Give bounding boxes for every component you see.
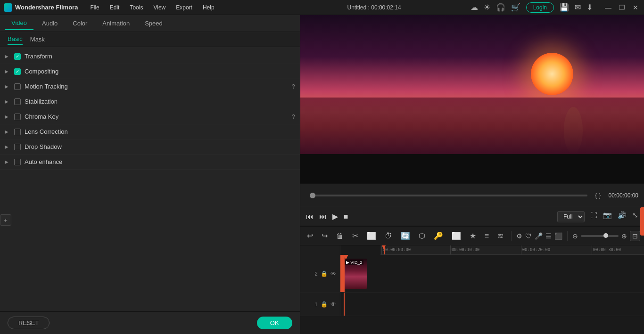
prop-lens-correction[interactable]: ▶ Lens Correction: [0, 124, 300, 139]
checkbox-motion-tracking[interactable]: [14, 83, 21, 90]
speed-button[interactable]: ⏱: [382, 230, 395, 242]
delete-button[interactable]: 🗑: [333, 230, 347, 242]
menu-help[interactable]: Help: [198, 2, 219, 13]
headphone-icon[interactable]: 🎧: [496, 3, 505, 12]
title-center: Untitled : 00:00:02:14: [278, 4, 471, 11]
login-button[interactable]: Login: [526, 2, 554, 13]
menu-edit[interactable]: Edit: [105, 2, 124, 13]
sun-icon[interactable]: ☀: [484, 3, 490, 12]
redo-button[interactable]: ↪: [319, 229, 330, 242]
captions-icon[interactable]: ⬛: [554, 232, 562, 240]
quality-select[interactable]: Full 1/2 1/4: [557, 211, 585, 222]
label-lens-correction: Lens Correction: [25, 128, 295, 135]
tab-color[interactable]: Color: [66, 17, 94, 30]
checkbox-auto-enhance[interactable]: [14, 159, 21, 165]
subtab-mask[interactable]: Mask: [30, 34, 45, 45]
cut-button[interactable]: ✂: [349, 229, 361, 242]
prop-chroma-key[interactable]: ▶ Chroma Key ?: [0, 109, 300, 124]
cart-icon[interactable]: 🛒: [511, 3, 520, 12]
playback-thumb[interactable]: [310, 193, 315, 198]
checkbox-drop-shadow[interactable]: [14, 144, 21, 150]
toolbar-right: ⚙ 🛡 🎤 ☰ ⬛ ⊖ ⊕ ⊡: [516, 231, 640, 241]
checkbox-chroma-key[interactable]: [14, 114, 21, 120]
expand-arrow-chroma-key: ▶: [5, 114, 10, 119]
track-eye-icon-1[interactable]: 👁: [330, 301, 336, 308]
tab-animation[interactable]: Animation: [96, 17, 136, 30]
menu-view[interactable]: View: [149, 2, 170, 13]
label-transform: Transform: [25, 53, 295, 60]
left-clip-indicator[interactable]: [340, 255, 344, 292]
reset-button[interactable]: RESET: [8, 317, 50, 329]
mask-button[interactable]: ⬡: [416, 229, 428, 242]
zoom-reset-icon[interactable]: ⊡: [630, 231, 640, 241]
menu-tools[interactable]: Tools: [125, 2, 148, 13]
label-auto-enhance: Auto enhance: [25, 158, 295, 165]
menu-export[interactable]: Export: [171, 2, 197, 13]
undo-button[interactable]: ↩: [304, 229, 316, 242]
track-eye-icon-2[interactable]: 👁: [330, 270, 336, 277]
checkbox-compositing[interactable]: [14, 68, 21, 75]
track-body-2[interactable]: ▶ VID_2: [340, 255, 644, 292]
keyframe-button[interactable]: 🔑: [431, 229, 446, 242]
save-icon[interactable]: 💾: [560, 3, 569, 12]
prop-auto-enhance[interactable]: ▶ Auto enhance: [0, 155, 300, 170]
track-body-1[interactable]: [340, 293, 644, 316]
track-lock-icon-1[interactable]: 🔒: [321, 301, 328, 308]
download-icon[interactable]: ⬇: [586, 3, 593, 12]
tab-audio[interactable]: Audio: [35, 17, 64, 30]
step-back-button[interactable]: ⏮: [306, 212, 314, 221]
expand-icon[interactable]: ⤡: [632, 211, 638, 222]
prop-compositing[interactable]: ▶ Compositing: [0, 64, 300, 79]
step-forward-button[interactable]: ⏭: [319, 212, 327, 221]
zoom-in-icon[interactable]: ⊕: [621, 232, 627, 240]
volume-icon[interactable]: 🔊: [618, 211, 627, 222]
tab-video[interactable]: Video: [5, 16, 33, 30]
menu-file[interactable]: File: [85, 2, 104, 13]
screenshot-icon[interactable]: 📷: [603, 211, 612, 222]
shield-icon[interactable]: 🛡: [525, 232, 532, 240]
fit-button[interactable]: ⬜: [449, 229, 464, 242]
clip-label-2: ▶ VID_2: [345, 260, 364, 265]
track-label-1: 1 🔒 👁: [300, 293, 340, 316]
track-clip-2[interactable]: ▶ VID_2: [344, 259, 367, 289]
audio-button[interactable]: ≡: [482, 230, 492, 242]
tick-30: 00:00:30:00: [592, 245, 621, 255]
maximize-button[interactable]: ❐: [617, 4, 627, 11]
mic-icon[interactable]: 🎤: [535, 232, 543, 240]
zoom-slider[interactable]: [581, 235, 619, 237]
checkbox-lens-correction[interactable]: [14, 129, 21, 135]
prop-drop-shadow[interactable]: ▶ Drop Shadow: [0, 139, 300, 155]
track-lock-icon-2[interactable]: 🔒: [321, 270, 328, 277]
subtab-basic[interactable]: Basic: [8, 33, 23, 45]
label-drop-shadow: Drop Shadow: [25, 143, 295, 150]
list-icon[interactable]: ☰: [545, 232, 552, 240]
help-icon-chroma-key[interactable]: ?: [292, 114, 295, 120]
mail-icon[interactable]: ✉: [575, 3, 581, 12]
prop-stabilization[interactable]: ▶ Stabilization: [0, 94, 300, 109]
cloud-icon[interactable]: ☁: [471, 3, 478, 12]
add-track-button[interactable]: +: [0, 214, 11, 226]
tab-speed[interactable]: Speed: [138, 17, 169, 30]
help-icon-motion-tracking[interactable]: ?: [292, 83, 295, 90]
play-button[interactable]: ▶: [332, 212, 338, 221]
prop-transform[interactable]: ▶ Transform: [0, 49, 300, 64]
rotate-button[interactable]: 🔄: [398, 229, 413, 242]
expand-arrow-lens-correction: ▶: [5, 129, 10, 134]
effects-icon[interactable]: ⚙: [516, 232, 522, 240]
menu-bar: File Edit Tools View Export Help: [85, 2, 278, 13]
playback-timeline[interactable]: [310, 195, 587, 196]
prop-motion-tracking[interactable]: ▶ Motion Tracking ?: [0, 79, 300, 94]
checkbox-transform[interactable]: [14, 53, 21, 60]
zoom-out-icon[interactable]: ⊖: [572, 232, 578, 240]
stop-button[interactable]: ■: [344, 212, 348, 221]
color-button[interactable]: ★: [467, 229, 479, 242]
ok-button[interactable]: OK: [257, 317, 292, 329]
waveform-button[interactable]: ≋: [495, 229, 506, 242]
fullscreen-icon[interactable]: ⛶: [590, 211, 597, 222]
track-number-1: 1: [315, 301, 318, 307]
checkbox-stabilization[interactable]: [14, 98, 21, 105]
crop-button[interactable]: ⬜: [364, 229, 379, 242]
close-button[interactable]: ✕: [631, 4, 640, 11]
minimize-button[interactable]: —: [603, 4, 613, 11]
water-element: [300, 98, 644, 154]
